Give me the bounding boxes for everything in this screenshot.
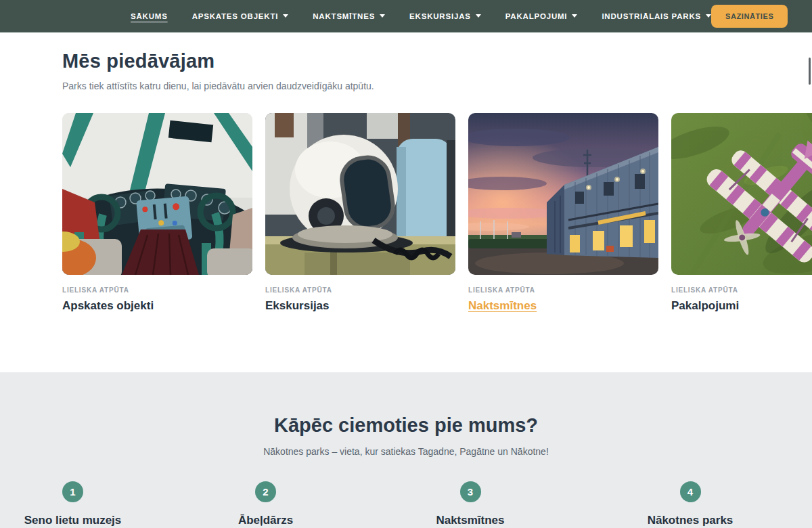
airplane-cockpit-image[interactable] [62, 113, 252, 275]
card-title-apskates-objekti[interactable]: Apskates objekti [62, 299, 154, 313]
feature-number-badge: 1 [62, 481, 83, 502]
card-title-ekskursijas[interactable]: Ekskursijas [265, 299, 330, 313]
nav-item-pakalpojumi[interactable]: PAKALPOJUMI [505, 12, 578, 20]
space-helmet-image[interactable] [265, 113, 455, 275]
feature-number-badge: 2 [255, 481, 276, 502]
offer-card-pakalpojumi: LIELISKA ATPŪTA Pakalpojumi [671, 113, 812, 313]
feature-title: Nākotnes parks [579, 514, 802, 527]
chevron-down-icon [476, 14, 481, 18]
card-eyebrow: LIELISKA ATPŪTA [468, 286, 658, 294]
feature-title: Ābeļdārzs [169, 514, 362, 527]
feature-number-badge: 3 [460, 481, 481, 502]
card-eyebrow: LIELISKA ATPŪTA [671, 286, 812, 294]
why-subtitle: Nākotnes parks – vieta, kur satiekas Tag… [0, 446, 812, 457]
nav-item-ekskursijas[interactable]: EKSKURSIJAS [409, 12, 481, 20]
feature-number-badge: 4 [680, 481, 701, 502]
feature-naktsmitnes: 3 Naktsmītnes "Pūpoli" svinībām un lielā… [396, 481, 545, 528]
chevron-down-icon [572, 14, 577, 18]
nav-item-apskates-objekti[interactable]: APSKATES OBJEKTI [192, 12, 289, 20]
nav-item-industrialais-parks[interactable]: INDUSTRIĀLAIS PARKS [602, 12, 711, 20]
offer-card-naktsmitnes: LIELISKA ATPŪTA Naktsmītnes [468, 113, 658, 313]
why-title: Kāpēc ciemoties pie mums? [0, 414, 812, 437]
features-row: 1 Seno lietu muzejs Vieta, kur vecāki at… [0, 481, 812, 528]
contact-button[interactable]: SAZINĀTIES [711, 5, 788, 28]
chevron-down-icon [380, 14, 385, 18]
feature-seno-lietu-muzejs: 1 Seno lietu muzejs Vieta, kur vecāki at… [10, 481, 135, 528]
offer-cards-row: LIELISKA ATPŪTA Apskates objekti [62, 113, 812, 313]
chevron-down-icon [706, 14, 711, 18]
offer-card-ekskursijas: LIELISKA ATPŪTA Ekskursijas [265, 113, 455, 313]
offers-section: Mēs piedāvājam Parks tiek attīstīts katr… [0, 32, 812, 313]
nav-item-naktsmitnes[interactable]: NAKTSMĪTNES [313, 12, 385, 20]
guesthouse-sunset-image[interactable] [468, 113, 658, 275]
card-eyebrow: LIELISKA ATPŪTA [265, 286, 455, 294]
scrollbar-thumb[interactable] [809, 58, 811, 85]
nav-menu: SĀKUMS APSKATES OBJEKTI NAKTSMĪTNES EKSK… [131, 12, 711, 20]
feature-title: Naktsmītnes [396, 514, 545, 527]
offers-title: Mēs piedāvājam [62, 50, 812, 72]
main-navbar: SĀKUMS APSKATES OBJEKTI NAKTSMĪTNES EKSK… [0, 0, 812, 32]
pink-biplane-aerial-image[interactable] [671, 113, 812, 275]
card-eyebrow: LIELISKA ATPŪTA [62, 286, 252, 294]
chevron-down-icon [283, 14, 288, 18]
card-title-pakalpojumi[interactable]: Pakalpojumi [671, 299, 739, 313]
feature-title: Seno lietu muzejs [10, 514, 135, 527]
card-title-naktsmitnes-link[interactable]: Naktsmītnes [468, 299, 537, 313]
offers-subtitle: Parks tiek attīstīts katru dienu, lai pi… [62, 81, 812, 91]
feature-nakotnes-parks: 4 Nākotnes parks Vieta, kur vienuviet ie… [579, 481, 802, 528]
why-visit-section: Kāpēc ciemoties pie mums? Nākotnes parks… [0, 372, 812, 528]
nav-item-sakums[interactable]: SĀKUMS [131, 12, 168, 20]
feature-abeldarzs: 2 Ābeļdārzs Mierpilna oāze romantiskām p… [169, 481, 362, 528]
offer-card-apskates-objekti: LIELISKA ATPŪTA Apskates objekti [62, 113, 252, 313]
